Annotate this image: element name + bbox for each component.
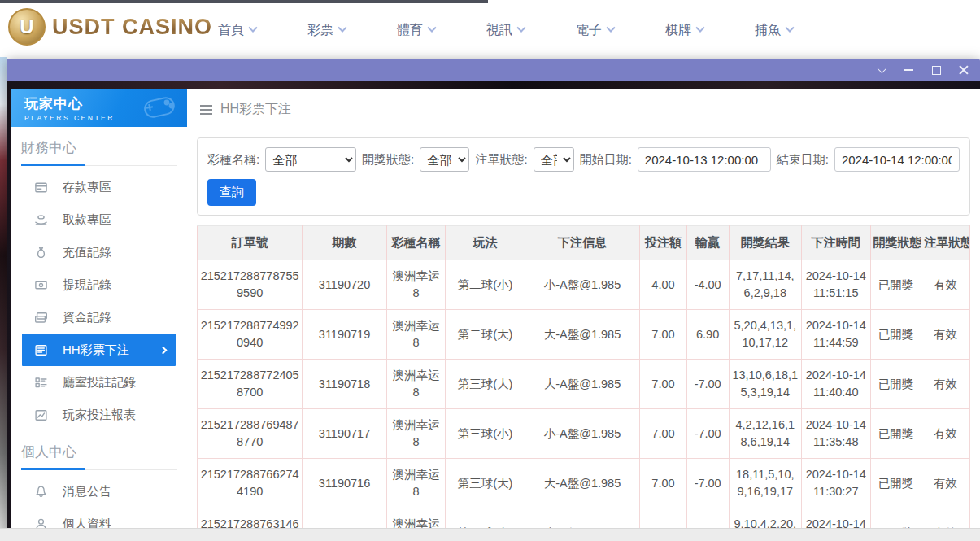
filter-row: 彩種名稱:全部開獎狀態:全部注單狀態:全部開始日期:結束日期:: [207, 147, 960, 172]
cell-order-no: 2152172887749920940: [198, 310, 303, 360]
cell-bet-info: 大-A盤@1.985: [525, 360, 639, 409]
nav-item-label: 視訊: [486, 22, 512, 39]
cell-win-loss: 6.90: [686, 310, 729, 360]
sidebar-item-label: 提現記錄: [63, 277, 111, 293]
cell-bet-info: 大-A盤@1.985: [525, 459, 639, 508]
nav-item-5[interactable]: 電子: [576, 22, 614, 39]
filter-label-1: 彩種名稱:: [207, 152, 259, 168]
col-header-lottery-name: 彩種名稱: [386, 226, 446, 260]
cell-bet-time: 2024-10-14 11:44:59: [802, 310, 871, 360]
top-navigation: 首頁彩票體育視訊電子棋牌捕魚: [218, 3, 793, 57]
window-close-button[interactable]: [954, 62, 973, 78]
sidebar-item-lottery[interactable]: HH彩票下注: [22, 334, 176, 366]
window-collapse-button[interactable]: [871, 62, 891, 78]
cell-bet-info: 小-A盤@1.985: [525, 508, 639, 528]
brand-name: USDT CASINO: [52, 15, 212, 40]
close-icon: [959, 65, 969, 75]
col-header-order-status: 注單狀態: [921, 226, 970, 260]
background-image-strip: [0, 57, 7, 529]
players-center-banner: 玩家中心 PLAYERS CENTER: [11, 89, 187, 127]
cell-play-type: 第三球(小): [446, 409, 525, 459]
filter-date-input-4[interactable]: [638, 147, 771, 172]
cell-bet-amount: 7.00: [640, 508, 687, 528]
filter-select-1[interactable]: 全部: [265, 147, 356, 172]
minimize-icon: [904, 69, 913, 71]
table-row: 215217288778755959031190720澳洲幸运8第二球(小)小-…: [198, 260, 970, 310]
sidebar: 玩家中心 PLAYERS CENTER 財務中心存款專區取款專區充值記錄提現記錄…: [11, 89, 187, 528]
menu-icon[interactable]: [200, 105, 212, 115]
col-header-bet-info: 下注信息: [525, 226, 639, 260]
table-row: 215217288766274419031190716澳洲幸运8第三球(大)大-…: [198, 459, 970, 508]
cell-draw-status: 已開獎: [870, 260, 921, 310]
sidebar-item-hall-records[interactable]: 廳室投註記錄: [11, 366, 187, 399]
cell-lottery-name: 澳洲幸运8: [386, 360, 446, 409]
cell-win-loss: -7.00: [686, 409, 729, 459]
cell-play-type: 第三球(大): [446, 459, 525, 508]
cell-win-loss: 6.90: [686, 508, 729, 528]
nav-item-7[interactable]: 捕魚: [755, 22, 793, 39]
table-header-row: 訂單號期數彩種名稱玩法下注信息投注額輸贏開獎結果下注時間開獎狀態注單狀態: [198, 226, 970, 260]
col-header-bet-time: 下注時間: [802, 226, 871, 260]
filter-date-input-5[interactable]: [834, 147, 960, 172]
filter-label-2: 開獎狀態:: [362, 152, 414, 168]
cell-bet-time: 2024-10-14 11:35:48: [802, 409, 871, 459]
query-button[interactable]: 查詢: [207, 179, 256, 206]
sidebar-item-label: 存款專區: [63, 180, 111, 195]
cell-order-status: 有效: [921, 508, 970, 528]
cell-play-type: 第二球(小): [446, 260, 525, 310]
col-header-draw-result: 開獎結果: [729, 226, 802, 260]
filter-label-4: 開始日期:: [580, 152, 632, 168]
sidebar-section-title: 財務中心: [21, 138, 177, 157]
cell-draw-result: 9,10,4,2,20,6,12,1: [729, 508, 802, 528]
nav-item-6[interactable]: 棋牌: [665, 22, 703, 39]
cell-bet-amount: 7.00: [640, 409, 687, 459]
gamepad-icon: [138, 93, 181, 124]
sidebar-item-funds[interactable]: 資金記錄: [11, 301, 187, 334]
page-bottom-strip: [0, 528, 980, 541]
cell-period: 31190718: [303, 360, 386, 409]
nav-item-3[interactable]: 體育: [397, 22, 435, 39]
cell-order-no: 2152172887631460310: [198, 508, 303, 528]
cell-draw-status: 已開獎: [870, 360, 921, 409]
sidebar-item-cashout[interactable]: 提現記錄: [11, 268, 187, 301]
sidebar-item-bell[interactable]: 消息公告: [11, 475, 187, 508]
sidebar-item-withdraw[interactable]: 取款專區: [11, 203, 187, 236]
filter-panel: 彩種名稱:全部開獎狀態:全部注單狀態:全部開始日期:結束日期: 查詢: [197, 137, 970, 216]
cell-win-loss: -7.00: [686, 360, 729, 409]
sidebar-item-report[interactable]: 玩家投注報表: [11, 399, 187, 431]
sidebar-item-person[interactable]: 個人資料: [11, 508, 187, 528]
col-header-period: 期數: [303, 226, 386, 260]
cell-play-type: 第二球(大): [446, 310, 525, 360]
chevron-down-icon: [878, 64, 886, 73]
chevron-down-icon: [248, 24, 257, 33]
window-maximize-button[interactable]: [926, 62, 946, 78]
cell-bet-time: 2024-10-14 11:30:27: [802, 459, 871, 508]
cell-order-no: 2152172887787559590: [198, 260, 303, 310]
filter-select-3[interactable]: 全部: [534, 147, 574, 172]
window-minimize-button[interactable]: [899, 62, 918, 78]
deposit-icon: [34, 181, 48, 194]
cell-order-no: 2152172887724058700: [198, 360, 303, 409]
cell-draw-status: 已開獎: [870, 310, 921, 360]
cell-lottery-name: 澳洲幸运8: [386, 508, 446, 528]
table-row: 215217288772405870031190718澳洲幸运8第三球(大)大-…: [198, 360, 970, 409]
site-logo[interactable]: U USDT CASINO: [8, 8, 212, 46]
nav-item-2[interactable]: 彩票: [307, 22, 346, 39]
col-header-win-loss: 輸贏: [686, 226, 729, 260]
sidebar-item-recharge[interactable]: 充值記錄: [11, 236, 187, 268]
site-header: U USDT CASINO 首頁彩票體育視訊電子棋牌捕魚: [0, 3, 980, 57]
cell-period: 31190720: [303, 260, 386, 310]
nav-item-4[interactable]: 視訊: [486, 22, 525, 39]
cell-play-type: 第三球(大): [446, 360, 525, 409]
cell-period: 31190719: [303, 310, 386, 360]
logo-emblem-icon: U: [8, 8, 46, 46]
cell-lottery-name: 澳洲幸运8: [386, 260, 446, 310]
nav-item-1[interactable]: 首頁: [218, 22, 256, 39]
chevron-down-icon: [427, 24, 436, 33]
filter-select-2[interactable]: 全部: [420, 147, 469, 172]
cell-bet-time: 2024-10-14 11:40:40: [802, 360, 871, 409]
cell-win-loss: -7.00: [686, 459, 729, 508]
nav-item-label: 電子: [576, 22, 602, 39]
sidebar-item-deposit[interactable]: 存款專區: [11, 171, 187, 203]
col-header-order-no: 訂單號: [198, 226, 303, 260]
